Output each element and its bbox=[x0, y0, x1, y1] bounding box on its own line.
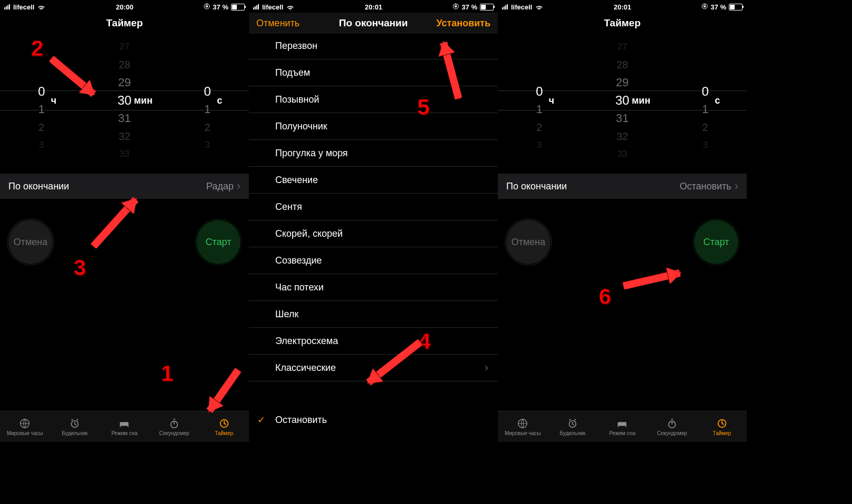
start-button[interactable]: Старт bbox=[196, 220, 240, 264]
stage: lifecell 20:00 37 % Таймер 0 1 2 3 ч bbox=[0, 0, 852, 504]
tab-alarm[interactable]: Будильник bbox=[548, 411, 598, 442]
tab-timer[interactable]: Таймер bbox=[199, 411, 249, 442]
svg-rect-5 bbox=[120, 425, 121, 427]
status-bar: lifecell 20:00 37 % bbox=[0, 0, 249, 13]
annotation-1: 1 bbox=[161, 361, 173, 386]
when-ends-value: Остановить bbox=[679, 181, 731, 192]
check-icon: ✓ bbox=[257, 414, 265, 426]
tab-stopwatch[interactable]: Секундомер bbox=[149, 411, 199, 442]
picker-unit-hours: ч bbox=[549, 95, 554, 106]
page-title: По окончании bbox=[339, 17, 408, 29]
tab-bar: Мировые часы Будильник Режим сна Секундо… bbox=[498, 411, 747, 442]
wifi-icon bbox=[286, 4, 294, 10]
list-item[interactable]: Перезвон bbox=[249, 33, 498, 59]
page-title: Таймер bbox=[604, 17, 641, 29]
carrier: lifecell bbox=[13, 3, 34, 11]
svg-rect-17 bbox=[626, 425, 627, 427]
cancel-button[interactable]: Отмена bbox=[506, 220, 550, 264]
list-item[interactable]: Подъем bbox=[249, 59, 498, 86]
tab-world-clock[interactable]: Мировые часы bbox=[0, 411, 50, 442]
picker-unit-minutes: мин bbox=[632, 95, 650, 106]
status-time: 20:01 bbox=[614, 3, 631, 11]
status-bar: lifecell 20:01 37 % bbox=[498, 0, 747, 13]
list-item[interactable]: Электросхема bbox=[249, 328, 498, 355]
annotation-3: 3 bbox=[74, 255, 86, 280]
svg-rect-1 bbox=[206, 6, 208, 7]
navbar: Таймер bbox=[0, 13, 249, 34]
list-item[interactable]: Прогулка у моря bbox=[249, 140, 498, 167]
svg-rect-16 bbox=[618, 425, 619, 427]
list-item[interactable]: Сентя bbox=[249, 194, 498, 220]
tab-alarm[interactable]: Будильник bbox=[50, 411, 100, 442]
tab-timer[interactable]: Таймер bbox=[697, 411, 747, 442]
svg-rect-4 bbox=[120, 422, 129, 426]
annotation-2: 2 bbox=[31, 36, 43, 61]
battery-icon bbox=[729, 4, 743, 11]
page-title: Таймер bbox=[106, 17, 143, 29]
picker-minutes[interactable]: 27 28 29 30 31 32 33 мин bbox=[581, 34, 664, 167]
picker-seconds[interactable]: 0 1 2 3 с bbox=[664, 34, 747, 167]
tab-stopwatch[interactable]: Секундомер bbox=[647, 411, 697, 442]
carrier: lifecell bbox=[511, 3, 532, 11]
time-picker[interactable]: 0 1 2 3 ч 27 28 29 30 31 32 33 мин 0 1 bbox=[498, 34, 747, 167]
list-item-stop[interactable]: ✓Остановить bbox=[249, 407, 498, 433]
svg-rect-15 bbox=[618, 422, 627, 426]
status-bar: lifecell 20:01 37 % bbox=[249, 0, 498, 13]
annotation-4: 4 bbox=[418, 329, 430, 354]
battery-icon bbox=[480, 4, 494, 11]
battery-pct: 37 % bbox=[213, 3, 228, 11]
battery-pct: 37 % bbox=[462, 3, 477, 11]
chevron-right-icon: › bbox=[485, 361, 488, 375]
battery-pct: 37 % bbox=[710, 3, 726, 11]
start-button[interactable]: Старт bbox=[694, 220, 738, 264]
annotation-6: 6 bbox=[599, 284, 611, 309]
button-row: Отмена Старт bbox=[498, 199, 747, 264]
when-ends-label: По окончании bbox=[506, 181, 567, 192]
status-time: 20:00 bbox=[116, 3, 133, 11]
wifi-icon bbox=[37, 4, 45, 10]
carrier: lifecell bbox=[262, 3, 283, 11]
svg-rect-6 bbox=[128, 425, 129, 427]
battery-icon bbox=[231, 4, 245, 11]
signal-icon bbox=[253, 4, 259, 9]
cancel-button[interactable]: Отмена bbox=[8, 220, 53, 264]
tab-bedtime[interactable]: Режим сна bbox=[597, 411, 647, 442]
signal-icon bbox=[502, 4, 508, 9]
signal-icon bbox=[4, 4, 10, 9]
set-nav-button[interactable]: Установить bbox=[436, 18, 490, 29]
screen-timer-2: lifecell 20:01 37 % Таймер 0 1 2 3 ч bbox=[498, 0, 747, 442]
status-time: 20:01 bbox=[365, 3, 382, 11]
list-item[interactable]: Час потехи bbox=[249, 274, 498, 301]
svg-rect-10 bbox=[455, 6, 457, 7]
annotation-5: 5 bbox=[417, 95, 429, 120]
picker-unit-hours: ч bbox=[51, 95, 56, 106]
picker-unit-seconds: с bbox=[217, 95, 222, 106]
list-item[interactable]: Полуночник bbox=[249, 113, 498, 140]
list-item[interactable]: Созвездие bbox=[249, 247, 498, 274]
when-ends-label: По окончании bbox=[8, 181, 69, 192]
list-item[interactable]: Свечение bbox=[249, 167, 498, 194]
list-item[interactable]: Позывной bbox=[249, 86, 498, 113]
rotation-lock-icon bbox=[453, 3, 459, 11]
cancel-nav-button[interactable]: Отменить bbox=[256, 18, 299, 29]
picker-unit-minutes: мин bbox=[134, 95, 153, 106]
tab-bedtime[interactable]: Режим сна bbox=[99, 411, 149, 442]
when-ends-value: Радар bbox=[206, 181, 234, 192]
when-ends-row[interactable]: По окончании Радар› bbox=[0, 174, 249, 199]
navbar: Таймер bbox=[498, 13, 747, 34]
picker-hours[interactable]: 0 1 2 3 ч bbox=[498, 34, 581, 167]
picker-minutes[interactable]: 27 28 29 30 31 32 33 мин bbox=[83, 34, 166, 167]
when-ends-row[interactable]: По окончании Остановить› bbox=[498, 174, 747, 199]
tab-bar: Мировые часы Будильник Режим сна Секундо… bbox=[0, 411, 249, 442]
picker-unit-seconds: с bbox=[715, 95, 720, 106]
list-item[interactable]: Скорей, скорей bbox=[249, 220, 498, 247]
list-item[interactable]: Шелк bbox=[249, 301, 498, 328]
tab-world-clock[interactable]: Мировые часы bbox=[498, 411, 548, 442]
rotation-lock-icon bbox=[701, 3, 708, 11]
svg-rect-12 bbox=[704, 6, 706, 7]
screen-timer-1: lifecell 20:00 37 % Таймер 0 1 2 3 ч bbox=[0, 0, 249, 442]
picker-seconds[interactable]: 0 1 2 3 с bbox=[166, 34, 249, 167]
chevron-right-icon: › bbox=[237, 180, 240, 192]
navbar: Отменить По окончании Установить bbox=[249, 13, 498, 34]
chevron-right-icon: › bbox=[735, 180, 738, 192]
